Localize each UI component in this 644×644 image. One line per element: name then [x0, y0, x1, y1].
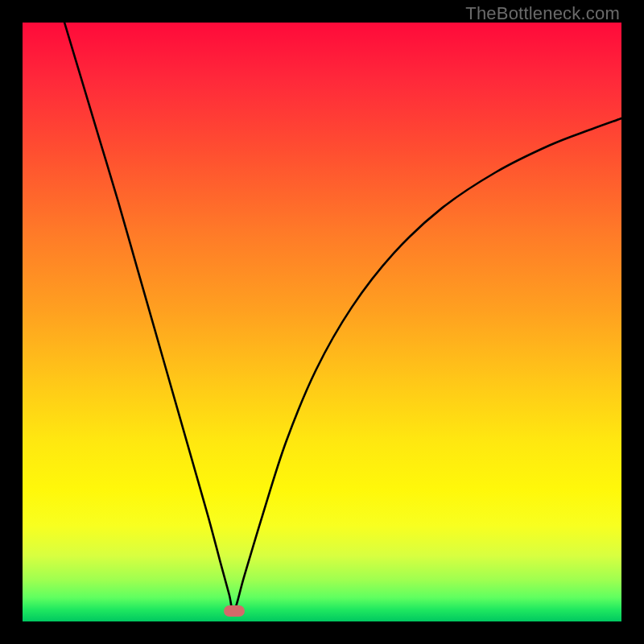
watermark-text: TheBottleneck.com	[465, 3, 620, 24]
bottleneck-curve	[23, 23, 621, 621]
chart-frame: TheBottleneck.com	[0, 0, 644, 644]
minimum-marker	[224, 605, 245, 617]
plot-area	[23, 23, 621, 621]
